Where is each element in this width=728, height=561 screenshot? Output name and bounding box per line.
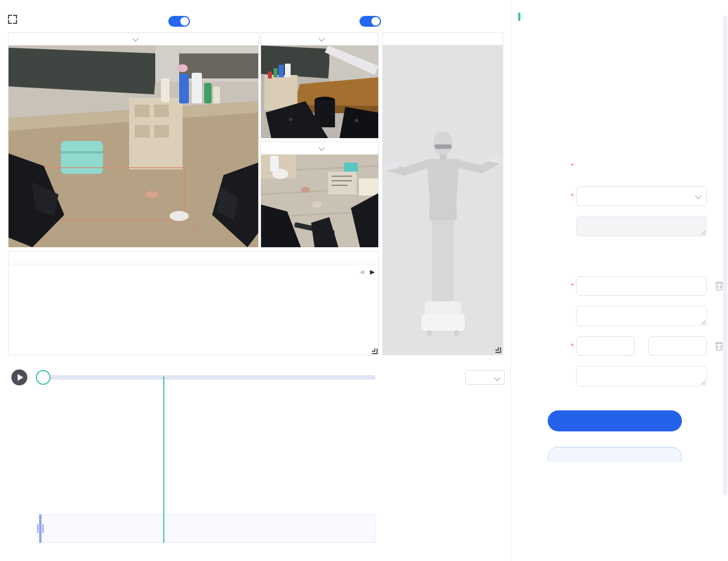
- hand-left-camera-title-dropdown[interactable]: [261, 33, 378, 45]
- sim-panel-title: [383, 33, 503, 45]
- hand-right-camera-title-dropdown[interactable]: [261, 142, 378, 155]
- trajectory-toggle[interactable]: [359, 16, 381, 27]
- playhead-line[interactable]: [163, 376, 164, 543]
- frame-axis: [0, 491, 510, 500]
- head-camera-panel: [8, 32, 259, 247]
- depth-rgb-toggle[interactable]: [168, 16, 190, 27]
- play-button[interactable]: [11, 369, 27, 385]
- toggle-knob: [371, 17, 380, 26]
- chevron-down-icon: [318, 35, 325, 41]
- scrollbar[interactable]: [723, 16, 727, 496]
- resize-handle-icon[interactable]: [372, 348, 378, 354]
- step-marker-row: [0, 388, 510, 395]
- hand-right-camera-image: [261, 155, 378, 247]
- review-tag-note[interactable]: [576, 216, 707, 236]
- speed-select[interactable]: [465, 370, 505, 385]
- hand-left-camera-panel: [260, 32, 379, 138]
- single-frame-input[interactable]: [576, 276, 707, 296]
- region-start-input[interactable]: [576, 336, 635, 356]
- sim-panel: [382, 32, 503, 355]
- progress-handle[interactable]: [36, 370, 51, 385]
- legend-prev-icon[interactable]: ◀: [359, 268, 364, 276]
- chevron-down-icon: [132, 35, 138, 41]
- progress-slider[interactable]: [36, 375, 375, 380]
- review-panel: [510, 0, 728, 561]
- region-frame-segment[interactable]: [39, 514, 42, 543]
- segment-left-handle[interactable]: [42, 524, 44, 533]
- review-tag-label: [516, 192, 574, 201]
- resize-handle-icon[interactable]: [495, 347, 501, 353]
- legend-pagination: ◀ ▶: [359, 268, 378, 276]
- hand-right-camera-panel: [260, 142, 379, 247]
- region-frame-bar[interactable]: [39, 514, 375, 543]
- region-row-label: [11, 514, 31, 543]
- hand-left-camera-image: [261, 45, 378, 138]
- region-frame-label: [516, 342, 574, 351]
- submit-next-button[interactable]: [548, 410, 682, 431]
- review-result-label: [516, 161, 574, 171]
- region-frame-note[interactable]: [576, 366, 707, 387]
- single-frame-note[interactable]: [576, 306, 707, 326]
- review-tag-select[interactable]: [576, 186, 707, 206]
- fullscreen-icon[interactable]: [8, 15, 17, 24]
- toggle-knob: [180, 17, 189, 26]
- chevron-down-icon: [494, 375, 500, 381]
- region-end-input[interactable]: [648, 336, 707, 356]
- action-chart-panel: ◀ ▶: [8, 251, 379, 355]
- submit-return-button[interactable]: [548, 447, 682, 462]
- title-accent-bar: [518, 13, 520, 21]
- action-chart-title: [9, 252, 378, 264]
- head-camera-image: [9, 45, 258, 247]
- review-panel-title: [518, 13, 524, 21]
- chart-plot: [9, 279, 378, 355]
- segment-right-handle[interactable]: [37, 524, 39, 533]
- sim-robot-image: [383, 45, 503, 355]
- annotation-review-app: ◀ ▶: [0, 0, 728, 561]
- chevron-down-icon: [695, 193, 701, 199]
- legend-next-icon[interactable]: ▶: [370, 268, 375, 276]
- single-frame-label: [516, 281, 574, 290]
- chevron-down-icon: [318, 144, 325, 151]
- chart-legend: ◀ ▶: [9, 264, 378, 279]
- head-camera-title-dropdown[interactable]: [9, 33, 258, 45]
